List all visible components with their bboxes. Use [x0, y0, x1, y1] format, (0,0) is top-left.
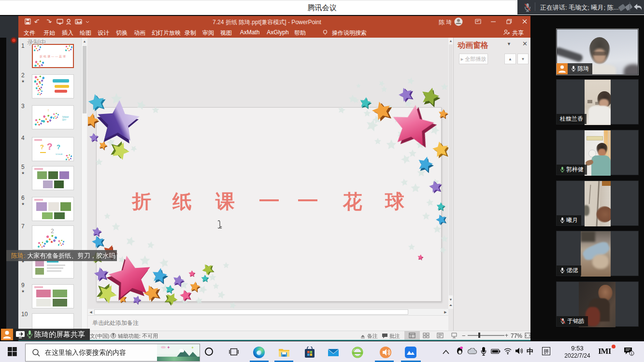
svg-text:1: 1: [630, 351, 633, 356]
